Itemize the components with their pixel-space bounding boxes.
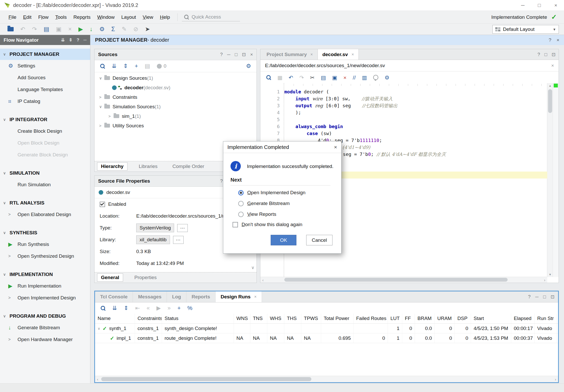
cut-icon[interactable]: ✂ — [310, 75, 315, 80]
scroll-up-icon[interactable]: ▲ — [547, 83, 553, 88]
flownav-section-implementation[interactable]: ∨IMPLEMENTATION — [0, 269, 90, 280]
flownav-item-run-simulation[interactable]: Run Simulation — [0, 179, 90, 191]
dont-show-again-row[interactable]: Don't show this dialog again — [233, 222, 302, 227]
column-header-status[interactable]: Status — [162, 314, 234, 323]
chevron-right-icon[interactable]: > — [99, 123, 104, 128]
vertical-scrollbar[interactable]: ▲▼ — [547, 83, 553, 277]
dont-show-again-checkbox[interactable] — [233, 222, 238, 227]
step-icon[interactable]: ↓ — [90, 26, 93, 32]
minimize-icon[interactable]: ─ — [535, 295, 539, 299]
editor-tab-decoder-sv[interactable]: decoder.sv× — [318, 49, 359, 60]
columns-icon[interactable]: ▥ — [362, 75, 367, 80]
bottom-tab-log[interactable]: Log — [167, 291, 186, 302]
select-tool-icon[interactable]: ➤ — [145, 26, 150, 32]
menu-flow[interactable]: Flow — [35, 13, 52, 22]
column-header-run-str[interactable]: Run Str — [535, 314, 557, 323]
column-header-uram[interactable]: URAM — [435, 314, 455, 323]
maximize-icon[interactable]: □ — [531, 0, 548, 11]
radio-icon[interactable] — [238, 201, 244, 206]
column-header-bram[interactable]: BRAM — [415, 314, 435, 323]
menu-reports[interactable]: Reports — [70, 13, 94, 22]
dialog-title-bar[interactable]: Implementation Completed × — [223, 141, 341, 153]
search-icon[interactable] — [266, 75, 271, 80]
undo-icon[interactable]: ↶ — [289, 75, 293, 80]
chevron-right-icon[interactable]: > — [99, 95, 104, 99]
close-icon[interactable]: × — [310, 52, 313, 57]
toggle-comment-icon[interactable]: // — [353, 75, 356, 80]
type-browse-button[interactable]: ⋯ — [177, 224, 188, 232]
close-icon[interactable]: × — [254, 295, 257, 299]
paste-icon[interactable]: ▣ — [332, 75, 337, 80]
flownav-section-program-and-debug[interactable]: ∨PROGRAM AND DEBUG — [0, 310, 90, 322]
chevron-right-icon[interactable]: > — [108, 114, 114, 118]
bottom-tab-reports[interactable]: Reports — [186, 291, 216, 302]
paste-icon[interactable]: ▣ — [56, 26, 62, 32]
bottom-tab-design-runs[interactable]: Design Runs× — [216, 291, 262, 302]
run-icon[interactable]: ▶ — [78, 26, 83, 32]
close-icon[interactable]: × — [548, 0, 564, 11]
cancel-button[interactable]: Cancel — [306, 235, 332, 245]
edit-icon[interactable]: ✎ — [122, 26, 127, 32]
redo-icon[interactable]: ↷ — [299, 75, 304, 80]
report-sum-icon[interactable]: Σ — [111, 26, 115, 32]
flownav-item-open-elaborated-design[interactable]: >Open Elaborated Design — [0, 209, 90, 220]
column-header-whs[interactable]: WHS — [267, 314, 284, 323]
flownav-item-open-hardware-manager[interactable]: >Open Hardware Manager — [0, 334, 90, 345]
add-sources-icon[interactable]: + — [135, 63, 138, 69]
link-icon[interactable]: ⊘ — [133, 26, 138, 32]
flownav-item-language-templates[interactable]: Language Templates — [0, 84, 90, 95]
column-header-elapsed[interactable]: Elapsed — [511, 314, 535, 323]
minimize-icon[interactable]: ─ — [227, 52, 230, 57]
column-header-total-power[interactable]: Total Power — [321, 314, 354, 323]
flownav-item-generate-bitstream[interactable]: ↓Generate Bitstream — [0, 322, 90, 334]
chevron-down-icon[interactable]: ∨ — [251, 265, 254, 270]
help-icon[interactable]: ? — [77, 38, 79, 42]
flownav-section-simulation[interactable]: ∨SIMULATION — [0, 167, 90, 179]
maximize-icon[interactable]: □ — [544, 52, 547, 57]
radio-icon[interactable] — [238, 190, 244, 195]
maximize-icon[interactable]: □ — [235, 52, 238, 57]
flownav-item-open-synthesized-design[interactable]: >Open Synthesized Design — [0, 250, 90, 262]
scrollbar-thumb[interactable] — [548, 89, 552, 113]
flownav-section-rtl-analysis[interactable]: ∨RTL ANALYSIS — [0, 197, 90, 209]
column-header-dsp[interactable]: DSP — [455, 314, 471, 323]
flownav-section-ip-integrator[interactable]: ∨IP INTEGRATOR — [0, 114, 90, 125]
column-header-name[interactable]: Name — [95, 314, 135, 323]
flownav-item-ip-catalog[interactable]: ⌗IP Catalog — [0, 95, 90, 107]
search-icon[interactable] — [100, 306, 106, 311]
collapse-all-icon[interactable]: ⇊ — [112, 305, 117, 311]
editor-tab-project-summary[interactable]: Project Summary× — [262, 49, 318, 60]
tree-item-utility-sources[interactable]: >Utility Sources — [95, 121, 257, 130]
help-icon[interactable]: ? — [537, 52, 540, 57]
menu-help[interactable]: Help — [157, 13, 173, 22]
enabled-checkbox[interactable] — [100, 202, 105, 207]
flownav-item-create-block-design[interactable]: Create Block Design — [0, 125, 90, 137]
chevron-down-icon[interactable]: ∨ — [99, 104, 104, 109]
undo-icon[interactable]: ↶ — [20, 26, 25, 32]
bulb-icon[interactable] — [373, 75, 378, 80]
copy-icon[interactable]: ▤ — [321, 75, 326, 80]
float-icon[interactable]: ⊡ — [551, 295, 554, 299]
column-header-start[interactable]: Start — [471, 314, 511, 323]
open-file-icon[interactable]: ▤ — [145, 63, 150, 69]
bottom-tab-tcl-console[interactable]: Tcl Console — [95, 291, 133, 302]
library-value[interactable]: xil_defaultlib — [136, 235, 170, 244]
copy-icon[interactable]: ▤ — [44, 26, 49, 32]
tab-compile-order[interactable]: Compile Order — [169, 163, 208, 170]
close-icon[interactable]: × — [334, 144, 337, 150]
gear-icon[interactable]: ⚙ — [246, 63, 251, 69]
radio-icon[interactable] — [238, 212, 244, 217]
help-icon[interactable]: ? — [549, 38, 551, 42]
tree-item-constraints[interactable]: >Constraints — [95, 92, 257, 102]
type-value[interactable]: SystemVerilog — [136, 224, 174, 232]
column-header-tpws[interactable]: TPWS — [301, 314, 321, 323]
flownav-section-project-manager[interactable]: ∨PROJECT MANAGER — [0, 49, 90, 60]
menu-window[interactable]: Window — [94, 13, 118, 22]
scroll-down-icon[interactable]: ▼ — [547, 272, 553, 277]
settings-gear-icon[interactable]: ⚙ — [99, 26, 105, 32]
gear-icon[interactable]: ⚙ — [384, 75, 389, 80]
help-icon[interactable]: ? — [220, 179, 223, 183]
flownav-item-run-implementation[interactable]: ▶Run Implementation — [0, 280, 90, 292]
column-header-lut[interactable]: LUT — [388, 314, 402, 323]
scroll-left-icon[interactable]: ‹ — [95, 376, 100, 382]
